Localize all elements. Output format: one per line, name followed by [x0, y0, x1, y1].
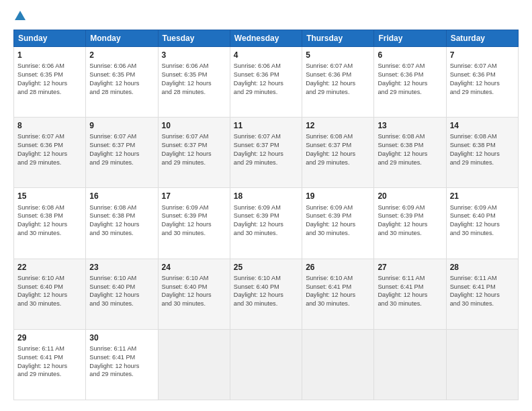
day-info: Sunrise: 6:11 AMSunset: 6:41 PMDaylight:…	[89, 345, 139, 377]
table-row: 24 Sunrise: 6:10 AMSunset: 6:40 PMDaylig…	[158, 259, 230, 329]
day-info: Sunrise: 6:11 AMSunset: 6:41 PMDaylight:…	[378, 275, 427, 307]
table-row: 27 Sunrise: 6:11 AMSunset: 6:41 PMDaylig…	[374, 259, 446, 329]
calendar-day-header: Thursday	[302, 30, 374, 47]
table-row: 14 Sunrise: 6:08 AMSunset: 6:38 PMDaylig…	[446, 118, 518, 188]
table-row: 13 Sunrise: 6:08 AMSunset: 6:38 PMDaylig…	[374, 118, 446, 188]
table-row: 7 Sunrise: 6:07 AMSunset: 6:36 PMDayligh…	[446, 47, 518, 118]
table-row: 29 Sunrise: 6:11 AMSunset: 6:41 PMDaylig…	[14, 329, 86, 400]
day-number: 9	[89, 120, 154, 131]
table-row	[446, 329, 518, 400]
calendar-day-header: Tuesday	[158, 30, 230, 47]
day-number: 4	[234, 50, 298, 60]
day-info: Sunrise: 6:10 AMSunset: 6:40 PMDaylight:…	[89, 275, 139, 307]
day-number: 2	[89, 50, 154, 60]
table-row: 26 Sunrise: 6:10 AMSunset: 6:41 PMDaylig…	[302, 259, 374, 329]
day-info: Sunrise: 6:07 AMSunset: 6:36 PMDaylight:…	[17, 133, 67, 165]
day-info: Sunrise: 6:07 AMSunset: 6:37 PMDaylight:…	[234, 133, 283, 165]
table-row: 15 Sunrise: 6:08 AMSunset: 6:38 PMDaylig…	[14, 188, 86, 259]
table-row: 3 Sunrise: 6:06 AMSunset: 6:35 PMDayligh…	[158, 47, 230, 118]
day-number: 5	[306, 50, 370, 60]
page: SundayMondayTuesdayWednesdayThursdayFrid…	[0, 0, 532, 411]
table-row: 2 Sunrise: 6:06 AMSunset: 6:35 PMDayligh…	[86, 47, 158, 118]
calendar-table: SundayMondayTuesdayWednesdayThursdayFrid…	[13, 30, 519, 400]
table-row	[374, 329, 446, 400]
day-info: Sunrise: 6:07 AMSunset: 6:36 PMDaylight:…	[450, 62, 500, 95]
table-row	[158, 329, 230, 400]
calendar-day-header: Friday	[374, 30, 446, 47]
logo	[13, 11, 26, 23]
table-row: 5 Sunrise: 6:07 AMSunset: 6:36 PMDayligh…	[302, 47, 374, 118]
day-number: 6	[378, 50, 442, 60]
day-info: Sunrise: 6:07 AMSunset: 6:36 PMDaylight:…	[378, 62, 427, 95]
day-info: Sunrise: 6:11 AMSunset: 6:41 PMDaylight:…	[17, 345, 67, 377]
table-row: 18 Sunrise: 6:09 AMSunset: 6:39 PMDaylig…	[230, 188, 302, 259]
table-row: 12 Sunrise: 6:08 AMSunset: 6:37 PMDaylig…	[302, 118, 374, 188]
day-info: Sunrise: 6:10 AMSunset: 6:40 PMDaylight:…	[234, 275, 283, 307]
day-number: 10	[162, 120, 226, 131]
table-row: 4 Sunrise: 6:06 AMSunset: 6:36 PMDayligh…	[230, 47, 302, 118]
table-row: 16 Sunrise: 6:08 AMSunset: 6:38 PMDaylig…	[86, 188, 158, 259]
day-number: 14	[450, 120, 515, 131]
day-number: 11	[234, 120, 298, 131]
day-info: Sunrise: 6:09 AMSunset: 6:40 PMDaylight:…	[450, 204, 500, 236]
table-row: 8 Sunrise: 6:07 AMSunset: 6:36 PMDayligh…	[14, 118, 86, 188]
day-number: 21	[450, 191, 515, 201]
day-number: 13	[378, 120, 442, 131]
day-number: 22	[17, 262, 82, 273]
day-number: 28	[450, 262, 515, 273]
day-info: Sunrise: 6:10 AMSunset: 6:40 PMDaylight:…	[17, 275, 67, 307]
table-row: 22 Sunrise: 6:10 AMSunset: 6:40 PMDaylig…	[14, 259, 86, 329]
day-number: 3	[162, 50, 226, 60]
day-info: Sunrise: 6:07 AMSunset: 6:37 PMDaylight:…	[89, 133, 139, 165]
day-number: 27	[378, 262, 442, 273]
day-number: 30	[89, 332, 154, 343]
calendar-day-header: Wednesday	[230, 30, 302, 47]
day-info: Sunrise: 6:10 AMSunset: 6:40 PMDaylight:…	[162, 275, 212, 307]
day-info: Sunrise: 6:07 AMSunset: 6:37 PMDaylight:…	[162, 133, 212, 165]
table-row: 17 Sunrise: 6:09 AMSunset: 6:39 PMDaylig…	[158, 188, 230, 259]
day-info: Sunrise: 6:08 AMSunset: 6:38 PMDaylight:…	[450, 133, 500, 165]
table-row	[230, 329, 302, 400]
header	[13, 11, 519, 23]
day-info: Sunrise: 6:08 AMSunset: 6:38 PMDaylight:…	[378, 133, 427, 165]
day-info: Sunrise: 6:09 AMSunset: 6:39 PMDaylight:…	[162, 204, 212, 236]
calendar-week-row: 15 Sunrise: 6:08 AMSunset: 6:38 PMDaylig…	[14, 188, 519, 259]
day-number: 26	[306, 262, 370, 273]
table-row: 9 Sunrise: 6:07 AMSunset: 6:37 PMDayligh…	[86, 118, 158, 188]
day-number: 12	[306, 120, 370, 131]
day-number: 25	[234, 262, 298, 273]
table-row: 19 Sunrise: 6:09 AMSunset: 6:39 PMDaylig…	[302, 188, 374, 259]
calendar-week-row: 29 Sunrise: 6:11 AMSunset: 6:41 PMDaylig…	[14, 329, 519, 400]
day-info: Sunrise: 6:07 AMSunset: 6:36 PMDaylight:…	[306, 62, 355, 95]
day-number: 15	[17, 191, 82, 201]
day-number: 24	[162, 262, 226, 273]
logo-triangle-icon	[15, 11, 26, 20]
table-row: 25 Sunrise: 6:10 AMSunset: 6:40 PMDaylig…	[230, 259, 302, 329]
day-number: 8	[17, 120, 82, 131]
calendar-header-row: SundayMondayTuesdayWednesdayThursdayFrid…	[14, 30, 519, 47]
calendar-week-row: 22 Sunrise: 6:10 AMSunset: 6:40 PMDaylig…	[14, 259, 519, 329]
calendar-day-header: Saturday	[446, 30, 518, 47]
day-number: 16	[89, 191, 154, 201]
day-info: Sunrise: 6:08 AMSunset: 6:38 PMDaylight:…	[89, 204, 139, 236]
day-info: Sunrise: 6:06 AMSunset: 6:35 PMDaylight:…	[89, 62, 139, 95]
day-number: 7	[450, 50, 515, 60]
calendar-week-row: 1 Sunrise: 6:06 AMSunset: 6:35 PMDayligh…	[14, 47, 519, 118]
table-row: 11 Sunrise: 6:07 AMSunset: 6:37 PMDaylig…	[230, 118, 302, 188]
day-number: 1	[17, 50, 82, 60]
calendar-day-header: Sunday	[14, 30, 86, 47]
calendar-week-row: 8 Sunrise: 6:07 AMSunset: 6:36 PMDayligh…	[14, 118, 519, 188]
day-info: Sunrise: 6:06 AMSunset: 6:35 PMDaylight:…	[17, 62, 67, 95]
table-row: 28 Sunrise: 6:11 AMSunset: 6:41 PMDaylig…	[446, 259, 518, 329]
table-row: 10 Sunrise: 6:07 AMSunset: 6:37 PMDaylig…	[158, 118, 230, 188]
day-number: 19	[306, 191, 370, 201]
day-info: Sunrise: 6:08 AMSunset: 6:38 PMDaylight:…	[17, 204, 67, 236]
day-info: Sunrise: 6:11 AMSunset: 6:41 PMDaylight:…	[450, 275, 500, 307]
table-row: 1 Sunrise: 6:06 AMSunset: 6:35 PMDayligh…	[14, 47, 86, 118]
day-number: 23	[89, 262, 154, 273]
day-info: Sunrise: 6:09 AMSunset: 6:39 PMDaylight:…	[306, 204, 355, 236]
day-info: Sunrise: 6:09 AMSunset: 6:39 PMDaylight:…	[234, 204, 283, 236]
calendar-day-header: Monday	[86, 30, 158, 47]
table-row: 30 Sunrise: 6:11 AMSunset: 6:41 PMDaylig…	[86, 329, 158, 400]
day-number: 17	[162, 191, 226, 201]
